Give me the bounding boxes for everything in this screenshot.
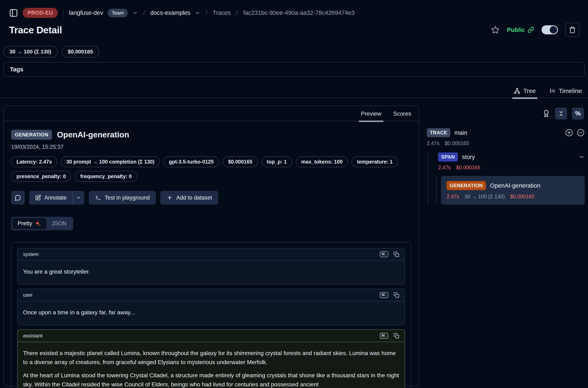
tab-tree[interactable]: Tree <box>514 87 536 95</box>
tab-timeline[interactable]: Timeline <box>549 87 582 95</box>
message-role-label: system <box>23 251 39 257</box>
message-header-icons: M↓ <box>380 292 399 298</box>
token-usage-badge: 30 → 100 (Σ 130) <box>3 46 58 58</box>
message-body: There existed a majestic planet called L… <box>18 342 405 388</box>
copy-button[interactable] <box>393 333 399 339</box>
span-latency: 2.47s <box>438 165 451 170</box>
breadcrumb-separator: / <box>236 9 238 17</box>
annotate-split-button: Annotate <box>29 191 84 204</box>
breadcrumb-traces-link[interactable]: Traces <box>213 9 231 16</box>
copy-icon <box>393 251 399 257</box>
span-cost: $0.000165 <box>456 165 480 170</box>
test-in-playground-button[interactable]: Test in playground <box>89 191 156 204</box>
tree-icon <box>514 88 520 94</box>
observation-header: GENERATION OpenAI-generation <box>11 130 411 140</box>
latency-badge: Latency: 2.47s <box>11 156 57 167</box>
star-icon <box>491 25 499 34</box>
tab-tree-label: Tree <box>523 87 536 95</box>
award-icon[interactable] <box>542 110 550 118</box>
tree-node-trace[interactable]: TRACE main <box>427 128 585 137</box>
metrics-toggle-button[interactable]: % <box>572 108 584 120</box>
public-link-group[interactable]: Public <box>507 26 534 33</box>
tree-controls: % <box>427 108 585 120</box>
format-pretty-option[interactable]: Pretty <box>12 218 46 229</box>
markdown-toggle-icon[interactable]: M↓ <box>380 251 388 257</box>
trace-tree: TRACE main 2.47s $0.000165 SPAN <box>427 128 585 205</box>
markdown-toggle-icon[interactable]: M↓ <box>380 333 388 339</box>
view-tabs: Tree Timeline <box>0 87 588 98</box>
message-header-icons: M↓ <box>380 251 399 257</box>
message-paragraph: There existed a majestic planet called L… <box>23 349 399 367</box>
breadcrumb-separator: / <box>143 9 145 17</box>
terminal-icon <box>95 194 101 201</box>
generation-metrics: 2.47s 30 → 100 (Σ 130) $0.000165 <box>447 194 579 199</box>
generation-tokens: 30 → 100 (Σ 130) <box>464 194 505 199</box>
copy-button[interactable] <box>393 292 399 298</box>
breadcrumb-trace-id: fac231bc-90ee-490a-aa32-78c4269474e3 <box>243 9 355 16</box>
message-role-label: user <box>23 292 33 298</box>
annotate-button[interactable]: Annotate <box>29 191 72 204</box>
circle-plus-icon[interactable] <box>565 129 573 137</box>
message-header: system M↓ <box>18 248 405 260</box>
trace-cost: $0.000165 <box>445 140 469 146</box>
panel-tabs: Preview Scores <box>4 106 419 121</box>
annotate-dropdown-button[interactable] <box>72 191 84 204</box>
breadcrumb-project[interactable]: docs-examples <box>150 9 190 16</box>
star-bookmark-button[interactable] <box>491 25 499 34</box>
breadcrumb-org[interactable]: langfuse-dev <box>69 9 103 16</box>
tags-label: Tags <box>10 66 23 73</box>
markdown-toggle-icon[interactable]: M↓ <box>380 292 388 298</box>
annotate-label: Annotate <box>45 194 67 201</box>
observation-params-row-2: presence_penalty: 0 frequency_penalty: 0 <box>11 171 411 182</box>
org-plan-badge: Team <box>108 9 128 17</box>
observation-title: OpenAI-generation <box>57 130 129 139</box>
trace-summary-badges: 30 → 100 (Σ 130) $0.000165 <box>0 37 588 58</box>
environment-badge[interactable]: PROD-EU <box>23 8 58 18</box>
format-json-option[interactable]: JSON <box>46 218 72 229</box>
tab-preview[interactable]: Preview <box>361 110 381 117</box>
span-metrics: 2.47s $0.000165 <box>438 165 585 170</box>
model-badge: gpt-3.5-turbo-0125 <box>163 156 219 167</box>
plus-icon <box>166 194 173 201</box>
format-pretty-label: Pretty <box>18 220 32 227</box>
comment-button[interactable] <box>11 191 25 204</box>
tree-node-generation-selected[interactable]: GENERATION OpenAI-generation 2.47s 30 → … <box>441 176 585 205</box>
message-paragraph: Once upon a time in a galaxy far, far aw… <box>23 308 399 317</box>
temperature-badge: temperature: 1 <box>352 156 398 167</box>
tree-node-span[interactable]: SPAN story <box>438 152 585 162</box>
generation-latency: 2.47s <box>447 194 459 199</box>
copy-icon <box>393 333 399 339</box>
chevron-down-icon[interactable] <box>132 10 138 16</box>
public-toggle[interactable] <box>542 25 558 34</box>
trace-type-badge: TRACE <box>427 128 450 137</box>
io-messages-container: system M↓ You are a great storyteller. <box>11 242 411 388</box>
link-icon <box>528 26 534 33</box>
tab-scores[interactable]: Scores <box>393 110 411 117</box>
trash-icon <box>569 26 576 33</box>
title-row: Trace Detail Public <box>0 18 588 37</box>
observation-panel: Preview Scores GENERATION OpenAI-generat… <box>3 106 419 386</box>
circle-minus-icon[interactable] <box>576 129 585 137</box>
chevron-down-icon[interactable] <box>195 10 200 16</box>
minus-collapse-icon[interactable] <box>579 154 585 160</box>
title-actions: Public <box>491 23 579 37</box>
test-in-playground-label: Test in playground <box>105 194 150 201</box>
trace-latency: 2.47s <box>427 140 439 146</box>
add-to-dataset-button[interactable]: Add to dataset <box>160 191 218 204</box>
panel-left-icon <box>9 8 18 18</box>
frequency-penalty-badge: frequency_penalty: 0 <box>75 171 137 182</box>
message-body: You are a great storyteller. <box>18 260 405 284</box>
copy-button[interactable] <box>393 251 399 257</box>
trace-tree-sidebar: % TRACE main 2.47s $0.000165 <box>427 106 585 205</box>
trace-row-actions <box>565 129 585 137</box>
delete-trace-button[interactable] <box>565 23 579 37</box>
chevron-down-icon <box>76 195 81 200</box>
tags-editor[interactable]: Tags <box>3 62 585 77</box>
sidebar-toggle-button[interactable] <box>9 8 18 18</box>
observation-timestamp: 19/03/2024, 15:25:37 <box>11 144 411 150</box>
collapse-all-button[interactable] <box>555 108 567 120</box>
message-card-system: system M↓ You are a great storyteller. <box>17 248 405 285</box>
max-tokens-badge: max_tokens: 100 <box>296 156 348 167</box>
public-label: Public <box>507 26 525 33</box>
toggle-knob <box>550 26 557 34</box>
